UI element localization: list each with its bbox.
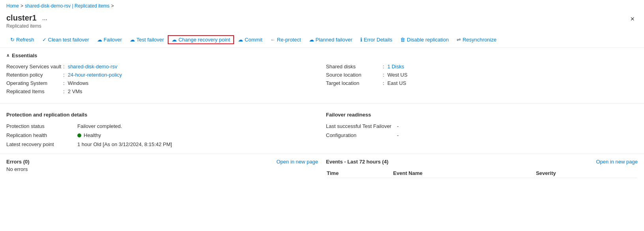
severity-col-header: Severity [536,169,637,178]
page-title-area: cluster1 ... Replicated items [6,13,50,29]
breadcrumb-sep2: > [111,3,114,9]
test-cloud-icon: ☁ [130,37,135,43]
essentials-right: Shared disks : 1 Disks Source location :… [326,62,638,96]
disable-replication-button[interactable]: 🗑 Disable replication [396,35,453,44]
toolbar: ↻ Refresh ✓ Clean test failover ☁ Failov… [0,32,644,48]
trash-icon: 🗑 [400,37,405,43]
essentials-grid: Recovery Services vault : shared-disk-de… [6,62,638,96]
failover-col: Failover readiness Last successful Test … [326,112,638,149]
recovery-point-icon: ☁ [172,37,177,43]
refresh-button[interactable]: ↻ Refresh [6,35,38,44]
info-icon: ℹ [360,37,362,43]
failover-button[interactable]: ☁ Failover [93,35,126,44]
time-col-header: Time [327,169,392,178]
events-title: Events - Last 72 hours (4) Open in new p… [326,159,638,165]
details-section: Protection and replication details Prote… [0,107,644,154]
refresh-icon: ↻ [10,37,15,43]
change-recovery-point-button[interactable]: ☁ Change recovery point [168,35,234,44]
essentials-row-vault: Recovery Services vault : shared-disk-de… [6,62,318,71]
protection-title: Protection and replication details [6,112,318,118]
no-errors-text: No errors [6,166,318,172]
chevron-icon: ∧ [6,53,9,58]
essentials-row-retention: Retention policy : 24-hour-retention-pol… [6,71,318,79]
breadcrumb-sep1: > [21,3,23,9]
event-name-col-header: Event Name [393,169,535,178]
arrow-left-icon: ← [270,37,275,43]
reprotect-button[interactable]: ← Re-protect [266,35,305,44]
resynchronize-button[interactable]: ⇌ Resynchronize [453,35,500,44]
sync-icon: ⇌ [457,37,461,43]
page-title: cluster1 ... [6,13,50,23]
cloud-icon: ☁ [97,37,102,43]
errors-title: Errors (0) Open in new page [6,159,318,165]
close-button[interactable]: × [627,13,638,25]
replication-health-row: Replication health Healthy [6,131,318,140]
planned-failover-button[interactable]: ☁ Planned failover [305,35,356,44]
divider-1 [0,103,644,104]
page-header: cluster1 ... Replicated items × [0,12,644,32]
healthy-dot-icon [77,133,81,137]
protection-status-row: Protection status Failover completed. [6,122,318,131]
breadcrumb-vault[interactable]: shared-disk-demo-rsv | Replicated items [25,3,110,9]
commit-button[interactable]: ☁ Commit [234,35,266,44]
error-details-button[interactable]: ℹ Error Details [356,35,396,44]
bottom-section: Errors (0) Open in new page No errors Ev… [0,154,644,184]
protection-col: Protection and replication details Prote… [6,112,318,149]
essentials-row-target-location: Target location : East US [326,79,638,87]
events-table: Time Event Name Severity [326,168,638,179]
errors-open-new-page[interactable]: Open in new page [276,159,318,165]
test-failover-button[interactable]: ☁ Test failover [126,35,168,44]
essentials-section: ∧ Essentials Recovery Services vault : s… [0,48,644,100]
essentials-left: Recovery Services vault : shared-disk-de… [6,62,318,96]
page-title-text: cluster1 [6,13,37,23]
breadcrumb: Home > shared-disk-demo-rsv | Replicated… [0,0,644,12]
events-open-new-page[interactable]: Open in new page [596,159,638,165]
shared-disks-link[interactable]: 1 Disks [388,64,404,69]
events-col: Events - Last 72 hours (4) Open in new p… [326,159,638,179]
clean-test-failover-button[interactable]: ✓ Clean test failover [38,35,93,44]
failover-title: Failover readiness [326,112,638,118]
page-subtitle: Replicated items [6,23,50,29]
retention-link[interactable]: 24-hour-retention-policy [68,72,122,78]
last-test-failover-row: Last successful Test Failover - [326,122,638,131]
checkmark-icon: ✓ [42,37,47,43]
errors-col: Errors (0) Open in new page No errors [6,159,318,179]
planned-cloud-icon: ☁ [309,37,314,43]
essentials-title[interactable]: ∧ Essentials [6,53,638,58]
essentials-row-source-location: Source location : West US [326,71,638,79]
commit-icon: ☁ [238,37,243,43]
latest-recovery-row: Latest recovery point 1 hour Old [As on … [6,140,318,149]
essentials-row-shared-disks: Shared disks : 1 Disks [326,62,638,71]
ellipsis-button[interactable]: ... [40,14,50,23]
vault-link[interactable]: shared-disk-demo-rsv [68,64,118,69]
essentials-row-replicated-items: Replicated Items : 2 VMs [6,87,318,96]
configuration-row: Configuration - [326,131,638,140]
essentials-row-os: Operating System : Windows [6,79,318,87]
breadcrumb-home[interactable]: Home [6,3,19,9]
